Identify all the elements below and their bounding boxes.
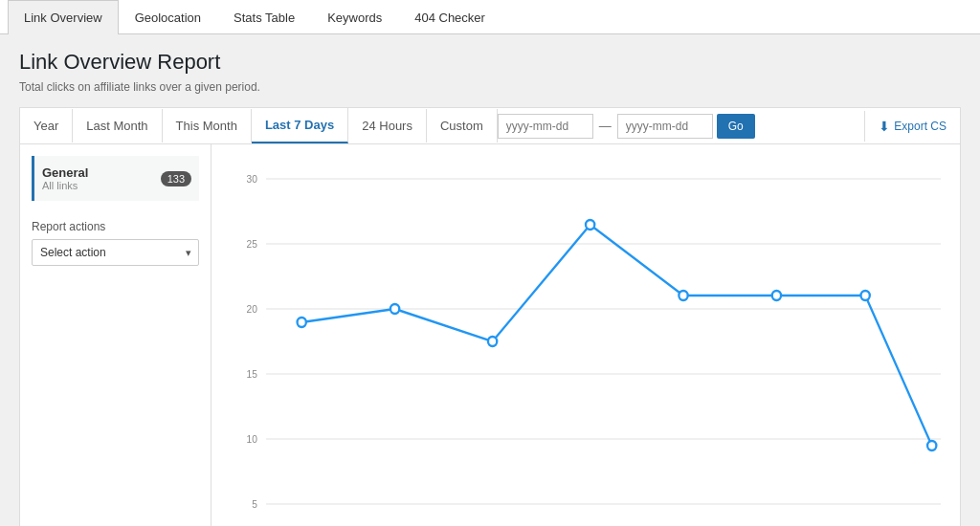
chart-point-4: [586, 220, 594, 230]
line-chart: 30 25 20 15 10 5: [231, 160, 941, 523]
svg-text:15: 15: [246, 368, 256, 380]
tab-link-overview[interactable]: Link Overview: [8, 0, 119, 34]
report-actions-label: Report actions: [32, 220, 199, 233]
sidebar-group-name: General: [42, 165, 88, 180]
filter-custom[interactable]: Custom: [427, 109, 498, 142]
action-select[interactable]: Select actionExport CSVExport PDF: [32, 239, 199, 266]
filter-last-7-days[interactable]: Last 7 Days: [252, 108, 348, 143]
chart-point-8: [927, 441, 936, 450]
page-title: Link Overview Report: [19, 50, 961, 75]
svg-text:20: 20: [246, 303, 256, 315]
sidebar: General All links 133 Report actions Sel…: [20, 144, 212, 526]
chart-point-5: [679, 291, 687, 300]
export-button[interactable]: ⬇ Export CS: [864, 111, 960, 142]
sidebar-badge: 133: [161, 171, 191, 186]
tab-geolocation[interactable]: Geolocation: [119, 0, 217, 34]
svg-text:25: 25: [246, 238, 256, 250]
top-navigation: Link Overview Geolocation Stats Table Ke…: [0, 0, 980, 34]
svg-text:30: 30: [246, 173, 256, 185]
go-button[interactable]: Go: [717, 114, 755, 139]
date-to-input[interactable]: [617, 114, 713, 139]
filter-last-month[interactable]: Last Month: [73, 109, 162, 142]
sidebar-group-general: General All links 133: [32, 156, 199, 201]
tab-keywords[interactable]: Keywords: [311, 0, 398, 34]
chart-point-1: [298, 318, 306, 327]
page-content: Link Overview Report Total clicks on aff…: [0, 34, 980, 526]
report-actions-group: Report actions Select actionExport CSVEx…: [32, 220, 199, 266]
filter-year[interactable]: Year: [20, 109, 73, 142]
chart-point-3: [488, 337, 497, 346]
svg-text:5: 5: [252, 498, 257, 510]
filter-24-hours[interactable]: 24 Hours: [348, 109, 427, 142]
page-subtitle: Total clicks on affiliate links over a g…: [19, 80, 961, 94]
date-separator: —: [593, 119, 617, 133]
chart-point-6: [772, 291, 781, 300]
export-icon: ⬇: [879, 119, 890, 134]
tab-stats-table[interactable]: Stats Table: [217, 0, 311, 34]
action-select-wrap: Select actionExport CSVExport PDF ▾: [32, 239, 199, 266]
date-from-input[interactable]: [498, 114, 593, 139]
filter-bar: Year Last Month This Month Last 7 Days 2…: [19, 107, 961, 143]
filter-this-month[interactable]: This Month: [163, 109, 252, 142]
export-label: Export CS: [894, 120, 947, 133]
svg-text:10: 10: [246, 433, 256, 445]
chart-point-7: [861, 291, 870, 300]
sidebar-group-sub: All links: [42, 180, 88, 191]
sidebar-group-header[interactable]: General All links 133: [32, 156, 199, 201]
main-area: General All links 133 Report actions Sel…: [19, 143, 961, 526]
chart-area: 30 25 20 15 10 5: [212, 144, 960, 526]
chart-point-2: [390, 304, 399, 314]
tab-404-checker[interactable]: 404 Checker: [398, 0, 501, 34]
